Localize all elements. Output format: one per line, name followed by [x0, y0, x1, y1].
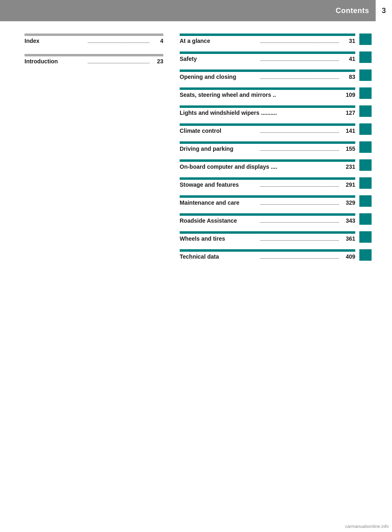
bar-safety — [180, 51, 355, 54]
sidebar-lights — [359, 105, 372, 117]
sidebar-onboard — [359, 159, 372, 171]
right-toc-row-technical: Technical data 409 — [180, 249, 372, 261]
sidebar-maintenance — [359, 195, 372, 207]
content-area: Index 4 Introduction 23 At a glance — [0, 21, 392, 262]
right-column: At a glance 31 Safety 41 — [180, 34, 392, 262]
sidebar-driving — [359, 141, 372, 153]
bar-driving — [180, 141, 355, 144]
right-toc-row-seats: Seats, steering wheel and mirrors .. 109 — [180, 87, 372, 99]
watermark: carmanualsonline.info — [345, 524, 389, 529]
page-maintenance: 329 — [341, 199, 355, 206]
toc-section-index: Index 4 — [24, 34, 163, 44]
label-technical: Technical data — [180, 253, 258, 260]
page-number: 3 — [382, 7, 386, 15]
label-driving: Driving and parking — [180, 145, 258, 152]
sidebar-wheels — [359, 231, 372, 243]
toc-entry-introduction: Introduction 23 — [24, 58, 163, 65]
label-maintenance: Maintenance and care — [180, 199, 258, 206]
page-technical: 409 — [341, 253, 355, 260]
page-wheels: 361 — [341, 235, 355, 242]
right-toc-row-stowage: Stowage and features 291 — [180, 177, 372, 189]
header-title-area: Contents 3 — [336, 0, 392, 21]
label-safety: Safety — [180, 56, 258, 62]
bar-roadside — [180, 213, 355, 216]
label-lights: Lights and windshield wipers .......... — [180, 110, 337, 116]
label-roadside: Roadside Assistance — [180, 217, 258, 224]
introduction-bar — [24, 54, 163, 56]
right-toc-row-driving: Driving and parking 155 — [180, 141, 372, 153]
left-column: Index 4 Introduction 23 — [24, 34, 180, 262]
page-driving: 155 — [341, 145, 355, 152]
index-bar — [24, 34, 163, 36]
right-toc-row-at-a-glance: At a glance 31 — [180, 34, 372, 45]
bar-seats — [180, 87, 355, 90]
bar-opening — [180, 69, 355, 72]
right-toc-row-maintenance: Maintenance and care 329 — [180, 195, 372, 207]
label-wheels: Wheels and tires — [180, 235, 258, 242]
page-stowage: 291 — [341, 181, 355, 188]
toc-label-introduction: Introduction — [24, 58, 86, 65]
page-at-a-glance: 31 — [341, 38, 355, 44]
sidebar-climate — [359, 123, 372, 135]
right-toc-row-safety: Safety 41 — [180, 51, 372, 63]
bar-technical — [180, 249, 355, 252]
page-roadside: 343 — [341, 217, 355, 224]
label-seats: Seats, steering wheel and mirrors .. — [180, 92, 337, 98]
toc-dots-introduction — [88, 63, 149, 63]
sidebar-at-a-glance — [359, 34, 372, 45]
sidebar-roadside — [359, 213, 372, 225]
page-lights: 127 — [341, 110, 355, 116]
right-toc-row-onboard: On-board computer and displays .... 231 — [180, 159, 372, 171]
bar-climate — [180, 123, 355, 126]
sidebar-opening — [359, 69, 372, 81]
page-onboard: 231 — [341, 163, 355, 170]
sidebar-seats — [359, 87, 372, 99]
header-title: Contents — [336, 7, 376, 15]
page-number-box: 3 — [376, 0, 392, 21]
label-stowage: Stowage and features — [180, 181, 258, 188]
bar-at-a-glance — [180, 34, 355, 36]
label-climate: Climate control — [180, 127, 258, 134]
bar-wheels — [180, 231, 355, 234]
right-toc-row-wheels: Wheels and tires 361 — [180, 231, 372, 243]
bar-onboard — [180, 159, 355, 162]
right-toc-row-climate: Climate control 141 — [180, 123, 372, 135]
page-opening: 83 — [341, 74, 355, 80]
toc-dots-index — [88, 42, 149, 43]
toc-page-index: 4 — [151, 38, 163, 44]
header-bar: Contents 3 — [0, 0, 392, 21]
label-opening: Opening and closing — [180, 74, 258, 80]
sidebar-safety — [359, 51, 372, 63]
toc-entry-index: Index 4 — [24, 38, 163, 44]
right-toc-row-lights: Lights and windshield wipers .......... … — [180, 105, 372, 117]
sidebar-stowage — [359, 177, 372, 189]
label-onboard: On-board computer and displays .... — [180, 163, 337, 170]
page-seats: 109 — [341, 92, 355, 98]
right-toc-row-opening: Opening and closing 83 — [180, 69, 372, 81]
right-toc-row-roadside: Roadside Assistance 343 — [180, 213, 372, 225]
toc-page-introduction: 23 — [151, 58, 163, 65]
sidebar-technical — [359, 249, 372, 261]
label-at-a-glance: At a glance — [180, 38, 258, 44]
bar-lights — [180, 105, 355, 108]
bar-maintenance — [180, 195, 355, 198]
page-climate: 141 — [341, 127, 355, 134]
page-safety: 41 — [341, 56, 355, 62]
bar-stowage — [180, 177, 355, 180]
toc-section-introduction: Introduction 23 — [24, 54, 163, 65]
toc-label-index: Index — [24, 38, 86, 44]
